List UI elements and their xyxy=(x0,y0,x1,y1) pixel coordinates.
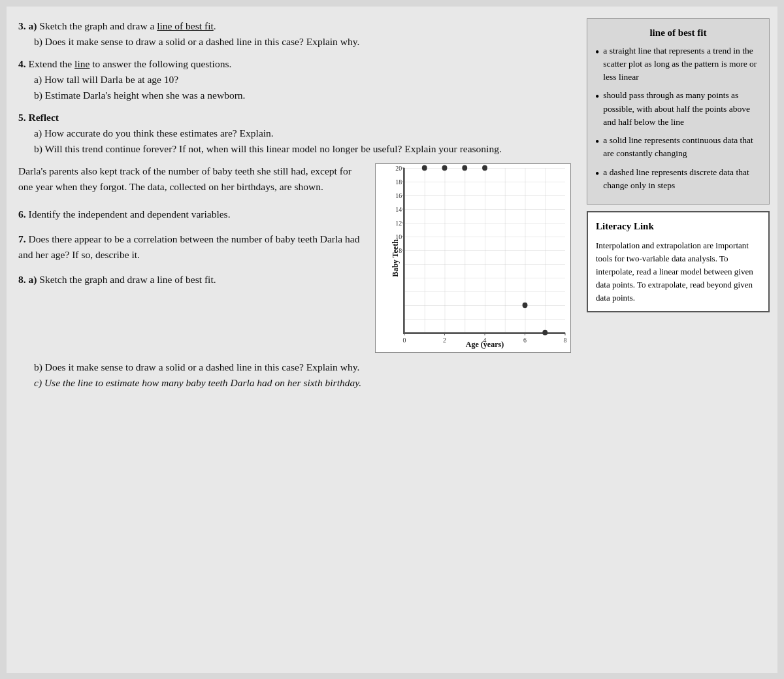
q8-a-text: a) Sketch the graph and draw a line of b… xyxy=(29,274,216,285)
question-4: 4. Extend the line to answer the followi… xyxy=(18,56,578,103)
q8-number: 8. xyxy=(18,274,26,285)
chart-x-title: Age (years) xyxy=(466,340,504,350)
bullet-2-dot: • xyxy=(595,91,599,103)
chart-svg: 20 18 16 14 12 10 8 xyxy=(404,168,565,333)
intro-text-block: Darla's parents also kept track of the n… xyxy=(18,163,365,353)
svg-text:0: 0 xyxy=(403,337,406,344)
literacy-title: Literacy Link xyxy=(596,219,760,234)
bullet-3-text: a solid line represents continuous data … xyxy=(603,134,761,161)
svg-point-29 xyxy=(462,165,467,171)
bullet-4-dot: • xyxy=(595,168,599,180)
svg-point-32 xyxy=(542,330,547,335)
page: 3. a) Sketch the graph and draw a line o… xyxy=(7,7,777,673)
question-7: 7. Does there appear to be a correlation… xyxy=(18,231,365,263)
right-column: line of best fit • a straight line that … xyxy=(587,18,770,661)
svg-text:14: 14 xyxy=(395,206,402,213)
svg-rect-0 xyxy=(404,168,565,333)
q5-a: a) How accurate do you think these estim… xyxy=(34,125,578,141)
chart-grid: 20 18 16 14 12 10 8 xyxy=(403,168,565,334)
literacy-link-box: Literacy Link Interpolation and extrapol… xyxy=(587,211,770,312)
q4-a-text: a) How tall will Darla be at age 10? xyxy=(34,74,178,85)
q4-number: 4. xyxy=(18,58,26,69)
q5-b: b) Will this trend continue forever? If … xyxy=(34,141,578,157)
sidebar-title: line of best fit xyxy=(595,25,761,41)
q5-main-text: Reflect xyxy=(29,112,59,123)
svg-text:2: 2 xyxy=(443,337,446,344)
literacy-text: Interpolation and extrapolation are impo… xyxy=(596,239,760,305)
q7-text: Does there appear to be a correlation be… xyxy=(18,233,359,260)
svg-text:16: 16 xyxy=(395,192,402,199)
question-8: 8. a) Sketch the graph and draw a line o… xyxy=(18,272,365,288)
left-column: 3. a) Sketch the graph and draw a line o… xyxy=(18,18,578,661)
bullet-4-text: a dashed line represents discrete data t… xyxy=(603,166,761,193)
q8-b: b) Does it make sense to draw a solid or… xyxy=(34,359,578,375)
svg-point-28 xyxy=(442,165,448,171)
q4-a: a) How tall will Darla be at age 10? xyxy=(34,72,578,88)
q6-line: 6. Identify the independent and dependen… xyxy=(18,207,365,222)
chart-area: Baby Teeth xyxy=(375,163,578,353)
q3-b-text: b) Does it make sense to draw a solid or… xyxy=(34,36,359,47)
question-3: 3. a) Sketch the graph and draw a line o… xyxy=(18,18,578,50)
bullet-3-dot: • xyxy=(595,136,599,148)
intro-and-chart: Darla's parents also kept track of the n… xyxy=(18,163,578,353)
q8-c-text: c) Use the line to estimate how many bab… xyxy=(34,377,361,388)
q5-main: 5. Reflect xyxy=(18,110,578,125)
q6-text: Identify the independent and dependent v… xyxy=(29,208,231,220)
intro-para: Darla's parents also kept track of the n… xyxy=(18,163,365,195)
line-of-best-fit-box: line of best fit • a straight line that … xyxy=(587,18,770,205)
q8-a-line: 8. a) Sketch the graph and draw a line o… xyxy=(18,272,365,288)
svg-text:12: 12 xyxy=(395,220,402,227)
svg-text:8: 8 xyxy=(564,337,567,344)
q7-number: 7. xyxy=(18,233,26,244)
bullet-1: • a straight line that represents a tren… xyxy=(595,44,761,84)
question-8-bc: b) Does it make sense to draw a solid or… xyxy=(18,359,578,391)
bullet-1-text: a straight line that represents a trend … xyxy=(603,44,761,84)
q4-main: 4. Extend the line to answer the followi… xyxy=(18,56,578,72)
question-6: 6. Identify the independent and dependen… xyxy=(18,207,365,222)
question-5: 5. Reflect a) How accurate do you think … xyxy=(18,110,578,157)
q8-c: c) Use the line to estimate how many bab… xyxy=(34,375,578,391)
svg-point-30 xyxy=(482,165,487,171)
chart-container: Baby Teeth xyxy=(375,163,571,353)
svg-text:8: 8 xyxy=(399,247,402,254)
svg-point-31 xyxy=(523,303,528,308)
svg-text:10: 10 xyxy=(395,233,402,240)
q3-b: b) Does it make sense to draw a solid or… xyxy=(34,34,578,50)
q4-main-text: Extend the line to answer the following … xyxy=(29,58,232,69)
q4-b: b) Estimate Darla's height when she was … xyxy=(34,88,578,103)
bullet-3: • a solid line represents continuous dat… xyxy=(595,134,761,161)
q5-b-text: b) Will this trend continue forever? If … xyxy=(34,143,502,154)
svg-point-27 xyxy=(422,165,427,171)
q6-number: 6. xyxy=(18,208,26,220)
bullet-4: • a dashed line represents discrete data… xyxy=(595,166,761,193)
q3-label: 3. a) Sketch the graph and draw a line o… xyxy=(18,18,578,34)
chart-y-title: Baby Teeth xyxy=(391,239,400,277)
q7-line: 7. Does there appear to be a correlation… xyxy=(18,231,365,263)
bullet-2: • should pass through as many points as … xyxy=(595,89,761,129)
q3-number: 3. xyxy=(18,20,26,31)
bullet-2-text: should pass through as many points as po… xyxy=(603,89,761,129)
q4-b-text: b) Estimate Darla's height when she was … xyxy=(34,90,245,101)
svg-text:6: 6 xyxy=(523,337,527,344)
svg-text:18: 18 xyxy=(395,178,402,186)
q3-a-text: a) Sketch the graph and draw a line of b… xyxy=(29,20,216,31)
bullet-1-dot: • xyxy=(595,46,599,58)
q8-b-text: b) Does it make sense to draw a solid or… xyxy=(34,361,359,373)
q5-number: 5. xyxy=(18,112,26,123)
q5-a-text: a) How accurate do you think these estim… xyxy=(34,127,274,139)
svg-text:20: 20 xyxy=(395,165,402,172)
